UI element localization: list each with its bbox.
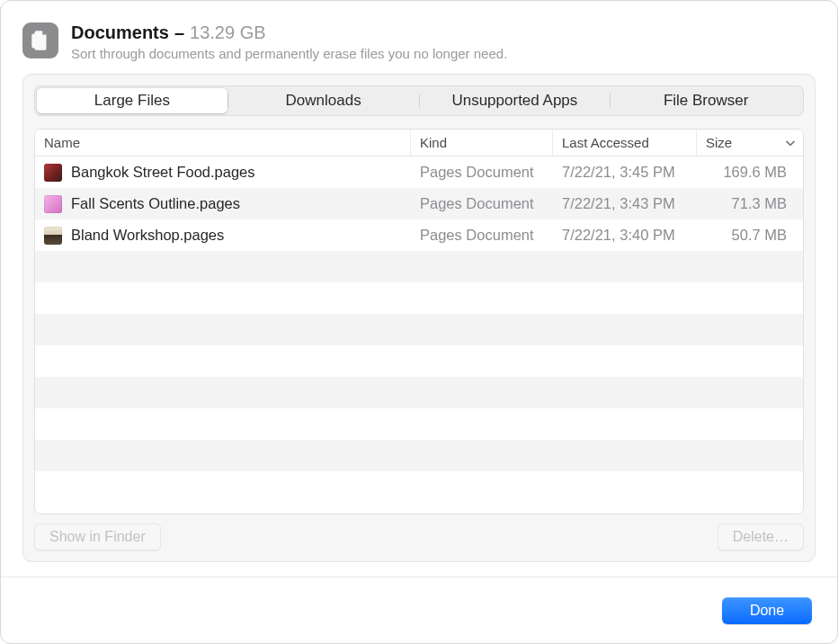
file-last-accessed: 7/22/21, 3:40 PM xyxy=(553,219,697,251)
file-thumbnail-icon xyxy=(44,227,62,245)
file-name: Fall Scents Outline.pages xyxy=(71,195,240,212)
empty-rows xyxy=(35,251,803,471)
file-name: Bangkok Street Food.pages xyxy=(71,164,255,181)
file-size: 50.7 MB xyxy=(697,219,803,251)
file-kind: Pages Document xyxy=(411,219,553,251)
done-button[interactable]: Done xyxy=(722,597,812,624)
page-title: Documents – 13.29 GB xyxy=(71,21,507,44)
file-size: 169.6 MB xyxy=(697,157,803,188)
table-header: Name Kind Last Accessed Size xyxy=(35,130,803,157)
window-footer: Done xyxy=(1,577,837,643)
file-thumbnail-icon xyxy=(44,164,62,182)
tab-file-browser[interactable]: File Browser xyxy=(611,88,801,113)
table-row[interactable]: Bland Workshop.pages Pages Document 7/22… xyxy=(35,219,803,251)
file-size: 71.3 MB xyxy=(697,188,803,219)
content-panel: Large Files Downloads Unsupported Apps F… xyxy=(22,74,816,562)
title-label: Documents xyxy=(71,21,169,44)
header-text: Documents – 13.29 GB Sort through docume… xyxy=(71,21,507,61)
tab-large-files[interactable]: Large Files xyxy=(37,88,227,113)
tab-bar: Large Files Downloads Unsupported Apps F… xyxy=(34,85,804,116)
tab-downloads[interactable]: Downloads xyxy=(228,88,419,113)
file-kind: Pages Document xyxy=(411,157,553,188)
show-in-finder-button[interactable]: Show in Finder xyxy=(34,523,161,550)
column-last-accessed[interactable]: Last Accessed xyxy=(553,130,697,156)
panel-footer: Show in Finder Delete… xyxy=(23,514,815,561)
file-table: Name Kind Last Accessed Size Bangkok Str… xyxy=(34,129,804,514)
column-name[interactable]: Name xyxy=(35,130,411,156)
file-last-accessed: 7/22/21, 3:43 PM xyxy=(553,188,697,219)
subtitle: Sort through documents and permanently e… xyxy=(71,46,507,61)
column-kind[interactable]: Kind xyxy=(411,130,553,156)
table-row[interactable]: Bangkok Street Food.pages Pages Document… xyxy=(35,157,803,188)
header: Documents – 13.29 GB Sort through docume… xyxy=(1,1,837,74)
title-size: 13.29 GB xyxy=(190,21,266,44)
file-thumbnail-icon xyxy=(44,195,62,213)
title-dash: – xyxy=(174,21,184,44)
file-name: Bland Workshop.pages xyxy=(71,227,224,244)
documents-icon xyxy=(22,22,58,58)
table-row[interactable]: Fall Scents Outline.pages Pages Document… xyxy=(35,188,803,219)
column-size[interactable]: Size xyxy=(697,130,803,156)
storage-documents-window: Documents – 13.29 GB Sort through docume… xyxy=(0,0,838,644)
chevron-down-icon xyxy=(785,136,796,151)
delete-button[interactable]: Delete… xyxy=(718,523,804,550)
file-kind: Pages Document xyxy=(411,188,553,219)
file-last-accessed: 7/22/21, 3:45 PM xyxy=(553,157,697,188)
table-body: Bangkok Street Food.pages Pages Document… xyxy=(35,157,803,514)
tab-unsupported-apps[interactable]: Unsupported Apps xyxy=(420,88,611,113)
